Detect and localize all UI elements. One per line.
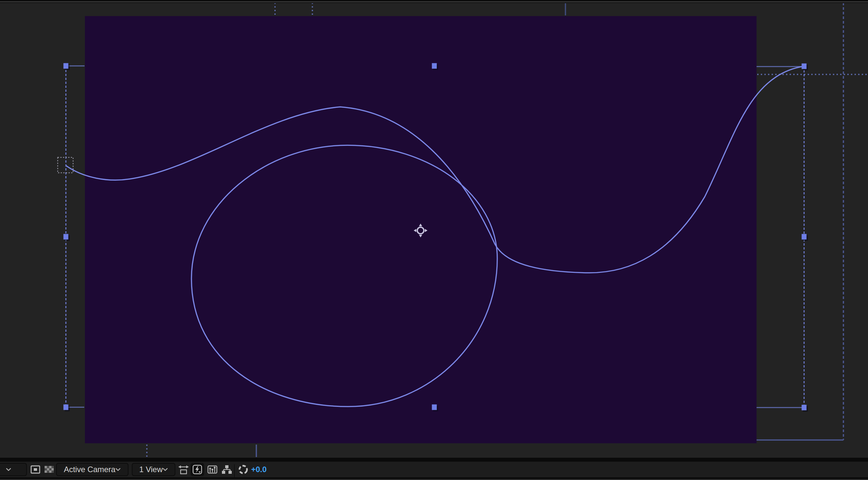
after-effects-composition-panel: { "statusbar": { "camera_label": "Active…: [0, 0, 868, 480]
pixel-aspect-ratio-correction-icon: [178, 464, 189, 475]
handle-mid-left: [64, 234, 68, 240]
region-of-interest-icon: [30, 465, 40, 474]
handle-bottom-left: [64, 404, 68, 410]
panel-top-border: [0, 0, 868, 3]
view-layout-label: 1 View: [139, 465, 163, 474]
comp-flowchart-icon: [222, 465, 232, 474]
comp-timeline-icon: [208, 465, 217, 474]
comp-panel-statusbar: Active Camera 1 View: [0, 458, 868, 480]
comp-timeline-button[interactable]: [206, 463, 219, 476]
handle-mid-right: [802, 234, 807, 240]
chevron-down-icon: [163, 468, 168, 471]
pixel-aspect-ratio-correction-button[interactable]: [177, 463, 190, 476]
chevron-down-icon: [115, 468, 121, 471]
handle-top-right: [802, 64, 807, 69]
comp-flowchart-button[interactable]: [220, 463, 234, 476]
statusbar-separator: [0, 458, 868, 462]
reset-exposure-icon: [238, 464, 248, 475]
view-popup-label: Active Camera: [64, 465, 115, 474]
transparency-grid-button[interactable]: [42, 463, 56, 476]
transparency-grid-icon: [44, 466, 54, 474]
comp-canvas[interactable]: [85, 16, 756, 443]
reset-exposure-button[interactable]: [237, 463, 250, 476]
handle-bottom-right: [802, 405, 807, 411]
region-of-interest-button[interactable]: [29, 463, 42, 476]
statusbar-divider: [234, 464, 235, 477]
handle-top-left: [64, 63, 68, 69]
view-popup-dropdown[interactable]: Active Camera: [56, 463, 128, 476]
view-layout-dropdown[interactable]: 1 View: [132, 463, 175, 476]
first-vertex-marker[interactable]: [58, 157, 73, 173]
chevron-down-icon: [6, 468, 11, 471]
fast-previews-button[interactable]: [190, 463, 204, 476]
resolution-dropdown[interactable]: [0, 463, 27, 476]
exposure-value[interactable]: +0.0: [250, 463, 268, 476]
fast-previews-icon: [192, 464, 203, 475]
